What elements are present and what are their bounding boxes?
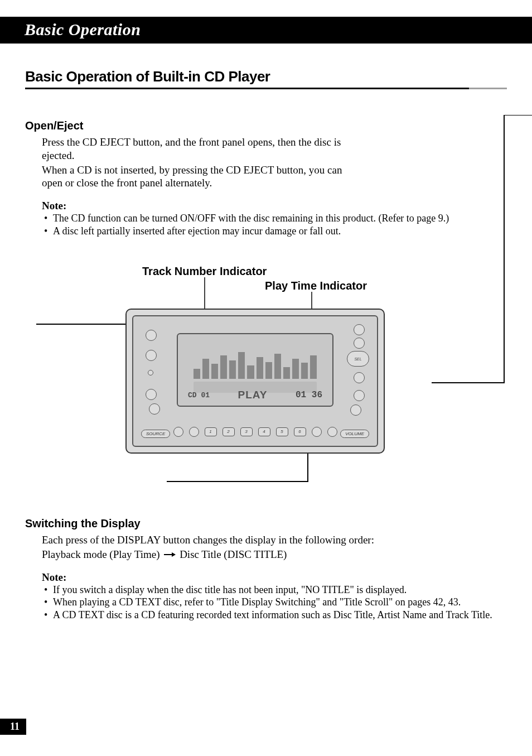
section-title: Basic Operation of Built-in CD Player <box>25 68 507 89</box>
preset-button-4: 4 <box>258 427 270 436</box>
device-diagram: Track Number Indicator Play Time Indicat… <box>36 275 507 487</box>
device-button <box>354 390 365 401</box>
device-button <box>354 338 365 349</box>
source-label: SOURCE <box>141 430 170 438</box>
device-screen: CD 01 PLAY 01 36 <box>177 333 333 407</box>
note-label: Note: <box>42 571 499 584</box>
volume-label: VOLUME <box>340 430 369 438</box>
note-item: A CD TEXT disc is a CD featuring recorde… <box>42 609 499 622</box>
knob <box>312 427 322 437</box>
device-button <box>354 324 365 335</box>
callout-play-time: Play Time Indicator <box>265 280 367 292</box>
device-button <box>146 350 157 361</box>
note-item: When playing a CD TEXT disc, refer to "T… <box>42 596 499 609</box>
note-item: A disc left partially inserted after eje… <box>42 225 507 238</box>
device-button <box>146 389 157 400</box>
heading-open-eject: Open/Eject <box>25 119 507 132</box>
heading-text: Switching the Display <box>25 517 141 530</box>
preset-button-5: 5 <box>276 427 288 436</box>
heading-switching-display: Switching the Display <box>25 517 507 530</box>
preset-button-3: 3 <box>240 427 253 436</box>
lcd-play-time: 01 36 <box>296 390 322 400</box>
device-button <box>149 403 160 415</box>
chapter-title: Basic Operation <box>0 17 532 44</box>
callout-track-number: Track Number Indicator <box>142 265 267 278</box>
eject-button <box>146 330 157 341</box>
preset-button-1: 1 <box>205 427 217 436</box>
preset-button-2: 2 <box>223 427 235 436</box>
device-button <box>354 372 365 383</box>
preset-button-6: 6 <box>294 427 306 436</box>
knob <box>173 427 183 437</box>
sel-button <box>347 351 369 367</box>
svg-marker-3 <box>172 552 176 557</box>
preset-button-row: 1 2 3 4 5 6 <box>167 426 344 438</box>
device-button <box>148 370 153 375</box>
mode-b: Disc Title (DISC TITLE) <box>180 548 287 560</box>
paragraph: Playback mode (Play Time) Disc Title (DI… <box>42 548 499 561</box>
note-item: The CD function can be turned ON/OFF wit… <box>42 212 507 225</box>
device-button <box>350 405 361 416</box>
mode-a: Playback mode (Play Time) <box>42 548 160 560</box>
arrow-right-icon <box>163 552 176 557</box>
paragraph: Each press of the DISPLAY button changes… <box>42 533 499 547</box>
note-item: If you switch a display when the disc ti… <box>42 584 499 596</box>
page-number: 11 <box>0 719 26 735</box>
knob <box>189 427 199 437</box>
paragraph: Press the CD EJECT button, and the front… <box>42 136 354 162</box>
paragraph: When a CD is not inserted, by pressing t… <box>42 163 354 190</box>
lcd-play-indicator: PLAY <box>238 389 268 401</box>
knob <box>327 427 337 437</box>
lcd-cd-track: CD 01 <box>188 391 210 399</box>
note-label: Note: <box>42 200 507 212</box>
